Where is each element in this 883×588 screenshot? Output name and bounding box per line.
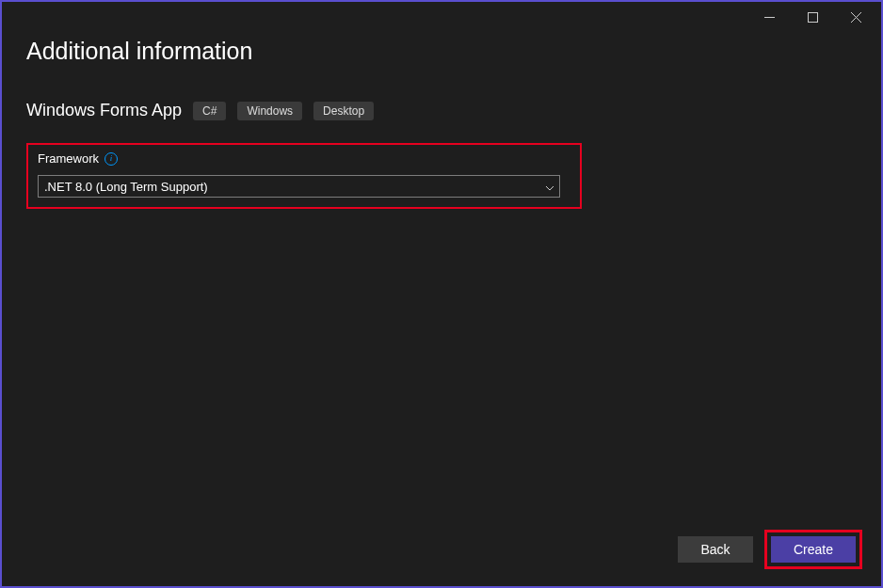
window-controls bbox=[747, 3, 877, 31]
close-button[interactable] bbox=[834, 3, 877, 31]
template-name: Windows Forms App bbox=[26, 101, 182, 120]
framework-label-row: Framework i bbox=[38, 151, 570, 166]
framework-highlight-box: Framework i .NET 8.0 (Long Term Support) bbox=[26, 143, 582, 209]
tag-windows: Windows bbox=[237, 102, 302, 120]
footer-buttons: Back Create bbox=[678, 530, 862, 569]
dialog-window: Additional information Windows Forms App… bbox=[0, 0, 883, 588]
framework-label: Framework bbox=[38, 151, 99, 166]
tag-desktop: Desktop bbox=[313, 102, 374, 120]
info-icon[interactable]: i bbox=[104, 152, 118, 166]
framework-dropdown[interactable]: .NET 8.0 (Long Term Support) bbox=[38, 175, 560, 198]
chevron-down-icon bbox=[546, 180, 554, 194]
create-button[interactable]: Create bbox=[771, 536, 856, 563]
maximize-button[interactable] bbox=[791, 3, 834, 31]
template-row: Windows Forms App C# Windows Desktop bbox=[26, 101, 857, 120]
svg-rect-1 bbox=[808, 12, 817, 22]
framework-selected-value: .NET 8.0 (Long Term Support) bbox=[44, 180, 208, 194]
back-button[interactable]: Back bbox=[678, 536, 753, 563]
tag-csharp: C# bbox=[193, 102, 226, 120]
content-area: Additional information Windows Forms App… bbox=[2, 32, 881, 209]
titlebar bbox=[2, 2, 881, 32]
page-title: Additional information bbox=[26, 38, 857, 65]
minimize-button[interactable] bbox=[747, 3, 791, 31]
create-highlight-box: Create bbox=[764, 530, 862, 569]
